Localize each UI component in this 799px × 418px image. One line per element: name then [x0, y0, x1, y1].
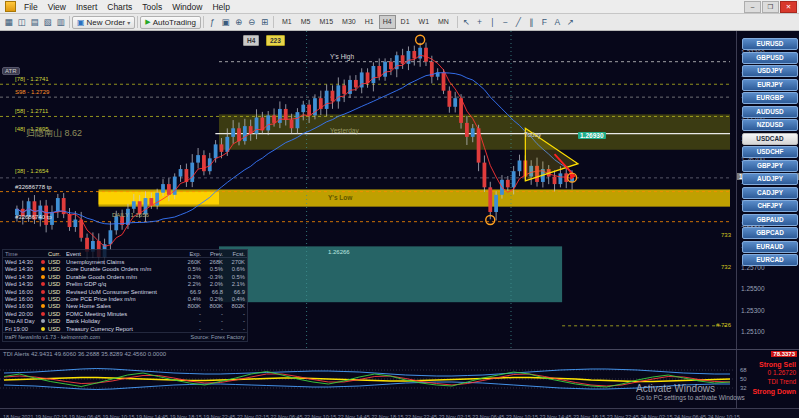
calendar-event: Core PCE Price Index m/m	[66, 296, 179, 302]
menu-tools[interactable]: Tools	[137, 2, 167, 12]
calendar-header-cell: Exp.	[179, 251, 201, 257]
calendar-footer-left: traPf NewsInfo v1.73 - kelmonroth.com	[5, 334, 100, 340]
calendar-previous: -	[201, 318, 223, 324]
calendar-currency: USD	[48, 281, 66, 287]
autotrading-button[interactable]: ▶ AutoTrading	[140, 16, 201, 29]
maximize-button[interactable]: ❐	[762, 1, 779, 13]
timeframe-d1[interactable]: D1	[397, 15, 414, 29]
tdi-indicator-pane[interactable]: TDI Alerts 42.9431 49.6060 36.2688 35.82…	[0, 349, 799, 408]
symbol-button-usdjpy[interactable]: USDJPY	[742, 65, 798, 77]
tdi-signal-block: Strong Sell 0 1.26720 TDI Trend Strong D…	[752, 360, 796, 396]
tdi-scale-label: 68	[740, 367, 747, 373]
tile-windows-icon[interactable]: ⊞	[258, 16, 271, 29]
calendar-impact	[41, 260, 48, 264]
symbol-button-gbpaud[interactable]: GBPAUD	[742, 214, 798, 226]
menu-help[interactable]: Help	[207, 2, 234, 12]
calendar-event: Treasury Currency Report	[66, 326, 179, 332]
toolbar-mid-group: ƒ▣⊕⊖⊞	[206, 16, 271, 29]
calendar-expected: -	[179, 311, 201, 317]
zoom-in-icon[interactable]: ⊕	[232, 16, 245, 29]
minimize-button[interactable]: –	[744, 1, 761, 13]
menu-window[interactable]: Window	[167, 2, 207, 12]
symbol-button-eurcad[interactable]: EURCAD	[742, 254, 798, 266]
calendar-footer-right: Source: Forex Factory	[191, 334, 245, 340]
toolbar-separator	[273, 16, 274, 28]
toolbar-separator	[457, 16, 458, 28]
timeframe-h4[interactable]: H4	[379, 15, 396, 29]
calendar-expected: 0.2%	[179, 274, 201, 280]
symbol-button-nzdusd[interactable]: NZDUSD	[742, 119, 798, 131]
dropdown-caret-icon: ▾	[127, 19, 130, 26]
calendar-expected: 800K	[179, 303, 201, 309]
calendar-time: Wed 16:00	[5, 296, 41, 302]
zoom-out-icon[interactable]: ⊖	[245, 16, 258, 29]
terminal-icon[interactable]: ▥	[54, 16, 67, 29]
calendar-event: Unemployment Claims	[66, 259, 179, 265]
timeframe-m30[interactable]: M30	[338, 15, 360, 29]
timeframe-m15[interactable]: M15	[315, 15, 337, 29]
symbol-button-eurgbp[interactable]: EURGBP	[742, 92, 798, 104]
fibonacci-icon[interactable]: F	[538, 16, 551, 29]
horizontal-line-icon[interactable]: −	[499, 16, 512, 29]
navigator-icon[interactable]: ▧	[41, 16, 54, 29]
calendar-previous: 66.8	[201, 289, 223, 295]
close-button[interactable]: ✕	[780, 1, 797, 13]
symbol-button-usdcad[interactable]: USDCAD	[742, 133, 798, 145]
tdi-scale-label: 32	[740, 385, 747, 391]
calendar-expected: -	[179, 318, 201, 324]
timeframe-m1[interactable]: M1	[278, 15, 296, 29]
calendar-row: Wed 16:00USDNew Home Sales800K800K802K	[3, 303, 247, 310]
calendar-row: Wed 14:30USDPrelim GDP q/q2.2%2.0%2.1%	[3, 281, 247, 288]
menu-file[interactable]: File	[19, 2, 43, 12]
menu-insert[interactable]: Insert	[71, 2, 102, 12]
calendar-row: Wed 20:00USDFOMC Meeting Minutes---	[3, 310, 247, 317]
symbol-button-gbpusd[interactable]: GBPUSD	[742, 52, 798, 64]
timeframe-h1[interactable]: H1	[361, 15, 378, 29]
calendar-time: Thu All Day	[5, 318, 41, 324]
indicators-icon[interactable]: ƒ	[206, 16, 219, 29]
calendar-forecast: -	[223, 311, 245, 317]
news-calendar-panel: TimeCurr.EventExp.Prev.Fcst. Wed 14:30US…	[2, 249, 248, 342]
menu-view[interactable]: View	[43, 2, 71, 12]
symbol-button-eurusd[interactable]: EURUSD	[742, 38, 798, 50]
cursor-icon[interactable]: ↖	[460, 16, 473, 29]
symbol-button-usdchf[interactable]: USDCHF	[742, 146, 798, 158]
vertical-line-icon[interactable]: |	[486, 16, 499, 29]
timeframe-bar: M1M5M15M30H1H4D1W1MN	[278, 15, 453, 29]
impact-dot-gray	[41, 319, 45, 323]
calendar-rows: Wed 14:30USDUnemployment Claims260K268K2…	[3, 258, 247, 332]
symbol-button-chfjpy[interactable]: CHFJPY	[742, 200, 798, 212]
menu-charts[interactable]: Charts	[102, 2, 137, 12]
symbol-button-audjpy[interactable]: AUDJPY	[742, 173, 798, 185]
mt4-window: FileViewInsertChartsToolsWindowHelp – ❐ …	[0, 0, 799, 418]
calendar-currency: USD	[48, 296, 66, 302]
time-axis-label: 24 Nov 06:45	[674, 414, 706, 418]
calendar-currency: USD	[48, 318, 66, 324]
tdi-value-tag: 78.3373	[771, 351, 797, 357]
calendar-previous: -	[201, 311, 223, 317]
chart-window[interactable]: ATR H4 223 归隐南山 8.62 1.26930 [78] - 1.27…	[0, 31, 799, 349]
time-axis[interactable]: 18 Nov 202119 Nov 02:1519 Nov 06:4519 No…	[0, 408, 799, 418]
symbol-button-euraud[interactable]: EURAUD	[742, 241, 798, 253]
text-icon[interactable]: A	[551, 16, 564, 29]
trendline-icon[interactable]: ╱	[512, 16, 525, 29]
templates-icon[interactable]: ▣	[219, 16, 232, 29]
symbol-button-gbpcad[interactable]: GBPCAD	[742, 227, 798, 239]
symbol-button-gbpjpy[interactable]: GBPJPY	[742, 160, 798, 172]
channel-icon[interactable]: ∥	[525, 16, 538, 29]
timeframe-m5[interactable]: M5	[297, 15, 315, 29]
calendar-forecast: 270K	[223, 259, 245, 265]
symbol-button-cadjpy[interactable]: CADJPY	[742, 187, 798, 199]
calendar-expected: 0.4%	[179, 296, 201, 302]
new-chart-icon[interactable]: ▦	[2, 16, 15, 29]
arrow-icon[interactable]: ↗	[564, 16, 577, 29]
timeframe-mn[interactable]: MN	[434, 15, 453, 29]
new-order-button[interactable]: ▣ New Order ▾	[72, 16, 135, 29]
time-axis-label: 19 Nov 14:45	[136, 414, 168, 418]
chart-profiles-icon[interactable]: ◫	[15, 16, 28, 29]
timeframe-w1[interactable]: W1	[415, 15, 434, 29]
crosshair-icon[interactable]: +	[473, 16, 486, 29]
market-watch-icon[interactable]: ▤	[28, 16, 41, 29]
symbol-button-audusd[interactable]: AUDUSD	[742, 106, 798, 118]
symbol-button-eurjpy[interactable]: EURJPY	[742, 79, 798, 91]
